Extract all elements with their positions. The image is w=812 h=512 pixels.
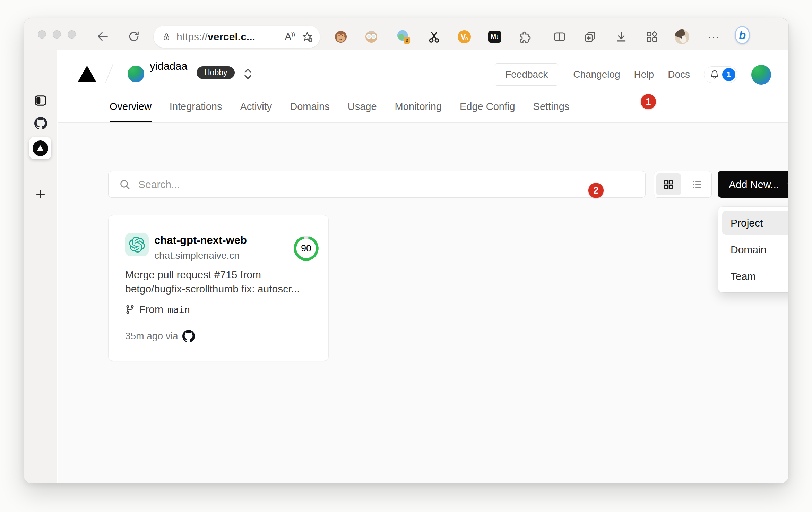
- split-screen-icon[interactable]: [552, 29, 567, 44]
- lighthouse-score-ring: 90: [293, 235, 320, 262]
- add-new-button[interactable]: Add New...: [718, 171, 789, 198]
- tampermonkey-extension-icon[interactable]: [333, 29, 348, 44]
- feedback-button[interactable]: Feedback: [494, 63, 559, 86]
- branch-name: main: [167, 304, 190, 315]
- bell-icon: [709, 69, 720, 80]
- split-icon: [553, 30, 566, 43]
- plan-badge: Hobby: [197, 66, 235, 79]
- new-tab-button[interactable]: [24, 188, 57, 200]
- bing-chat-button[interactable]: b: [735, 27, 750, 43]
- breadcrumb-slash: [105, 64, 113, 83]
- downloads-icon[interactable]: [614, 29, 629, 44]
- commit-line-1: Merge pull request #715 from: [125, 267, 312, 282]
- window-zoom-button[interactable]: [68, 30, 76, 39]
- annotation-step-2: 2: [588, 183, 604, 198]
- browser-profile-avatar[interactable]: [674, 29, 690, 44]
- browser-window: https://vercel.c... A)) 2 Vc M↓: [24, 18, 789, 483]
- tab-overview[interactable]: Overview: [110, 101, 152, 122]
- window-minimize-button[interactable]: [53, 30, 61, 39]
- git-branch-icon: [125, 305, 135, 314]
- download-arrow-icon: [615, 30, 628, 43]
- reload-button[interactable]: [126, 29, 141, 44]
- url-host: vercel.c...: [208, 31, 255, 42]
- reload-icon: [127, 30, 140, 43]
- project-logo-tile: [125, 233, 149, 256]
- team-name: yidadaa: [150, 60, 188, 72]
- menu-item-project[interactable]: Project: [722, 211, 789, 235]
- user-avatar[interactable]: [751, 65, 771, 85]
- vercel-logo[interactable]: [78, 66, 96, 82]
- grid-view-button[interactable]: [656, 173, 681, 195]
- dashboard-tabs: Overview Integrations Activity Domains U…: [110, 101, 569, 122]
- window-close-button[interactable]: [38, 30, 46, 39]
- address-bar[interactable]: https://vercel.c... A)): [154, 26, 320, 48]
- lock-icon: [161, 32, 172, 42]
- tab-settings[interactable]: Settings: [533, 101, 570, 122]
- list-view-button[interactable]: [685, 173, 710, 195]
- project-domain[interactable]: chat.simplenaive.cn: [154, 250, 240, 261]
- project-card[interactable]: chat-gpt-next-web chat.simplenaive.cn 90…: [108, 215, 329, 361]
- grid-view-icon: [663, 179, 674, 190]
- list-view-icon: [692, 179, 703, 190]
- search-input[interactable]: [138, 179, 635, 190]
- favorite-star-icon[interactable]: [301, 31, 313, 43]
- menu-item-domain[interactable]: Domain: [722, 238, 789, 262]
- dashboard-header: yidadaa Hobby Feedback Changelog Help Do…: [58, 50, 788, 123]
- branch-from-label: From: [139, 304, 163, 315]
- deploy-timestamp: 35m ago via: [125, 331, 178, 342]
- vercel-triangle-icon: [36, 145, 44, 152]
- deploy-meta-row: 35m ago via: [125, 330, 195, 342]
- tab-usage[interactable]: Usage: [348, 101, 377, 122]
- markdown-extension-icon[interactable]: M↓: [487, 29, 502, 44]
- sidebar-pane-toggle[interactable]: [24, 95, 57, 106]
- changelog-link[interactable]: Changelog: [573, 69, 620, 80]
- read-aloud-icon[interactable]: A)): [285, 31, 295, 43]
- commit-line-2: betgo/bugfix-scrollthumb fix: autoscr...: [125, 282, 312, 296]
- tab-monitoring[interactable]: Monitoring: [395, 101, 442, 122]
- header-actions: Feedback Changelog Help Docs 1: [494, 63, 771, 86]
- team-avatar[interactable]: [128, 66, 144, 82]
- scissors-extension-icon[interactable]: [426, 29, 442, 44]
- chevron-down-icon: [786, 179, 789, 190]
- menu-item-team[interactable]: Team: [722, 264, 789, 288]
- help-link[interactable]: Help: [634, 69, 654, 80]
- tab-vercel-active[interactable]: [29, 137, 51, 159]
- markdown-icon: M↓: [488, 31, 501, 43]
- tab-activity[interactable]: Activity: [240, 101, 272, 122]
- translate-extension-icon[interactable]: 2: [396, 29, 411, 44]
- vc-extension-icon[interactable]: Vc: [457, 29, 472, 44]
- docs-link[interactable]: Docs: [668, 69, 690, 80]
- collections-add-icon: [584, 30, 597, 43]
- tab-github[interactable]: [24, 117, 57, 130]
- notifications-button[interactable]: 1: [704, 66, 737, 83]
- apps-grid-icon: [645, 30, 658, 43]
- github-icon: [34, 117, 47, 130]
- branch-row: From main: [125, 304, 190, 315]
- annotation-step-1: 1: [641, 94, 656, 109]
- search-icon: [119, 179, 131, 190]
- more-menu-button[interactable]: ···: [706, 29, 722, 44]
- apps-launcher-icon[interactable]: [644, 29, 659, 44]
- vertical-tabs-sidebar: [24, 50, 57, 483]
- puzzle-icon: [519, 30, 532, 43]
- notification-count-badge: 1: [722, 68, 735, 81]
- vercel-tab-icon: [33, 140, 48, 156]
- collections-icon[interactable]: [582, 29, 598, 44]
- project-name: chat-gpt-next-web: [154, 234, 247, 247]
- tab-edge-config[interactable]: Edge Config: [460, 101, 515, 122]
- view-toggle: [654, 171, 712, 198]
- openai-logo-icon: [129, 237, 145, 253]
- extensions-puzzle-icon[interactable]: [518, 29, 533, 44]
- sidebar-divider: [30, 163, 51, 163]
- back-button[interactable]: [95, 29, 110, 44]
- url-text: https://vercel.c...: [176, 31, 285, 43]
- face-icon: [365, 30, 378, 43]
- tab-integrations[interactable]: Integrations: [170, 101, 222, 122]
- panel-toggle-icon: [34, 95, 47, 106]
- avatar-extension-icon[interactable]: [364, 29, 379, 44]
- project-search[interactable]: [108, 171, 646, 198]
- tab-domains[interactable]: Domains: [290, 101, 329, 122]
- score-value: 90: [293, 235, 320, 262]
- commit-message: Merge pull request #715 from betgo/bugfi…: [125, 267, 312, 296]
- team-switcher-icon[interactable]: [243, 68, 252, 80]
